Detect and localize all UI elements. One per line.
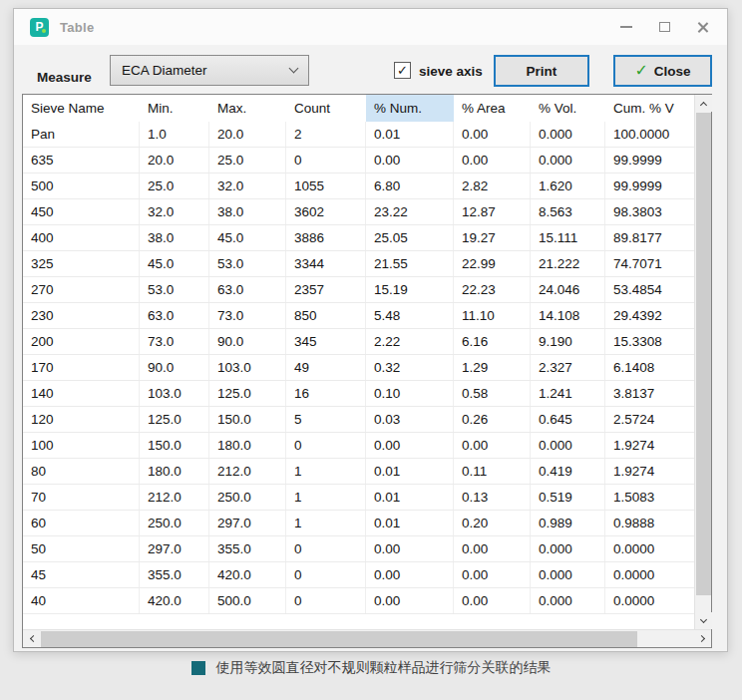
- table-cell: 420.0: [209, 562, 286, 587]
- table-cell: 5: [286, 407, 366, 432]
- sieve-axis-checkbox[interactable]: ✓: [394, 62, 411, 79]
- table-cell: 250.0: [140, 511, 209, 535]
- column-header-sieve-name[interactable]: Sieve Name: [23, 95, 140, 122]
- table-cell: 29.4392: [605, 303, 694, 328]
- table-cell: 0.000: [531, 536, 605, 561]
- column-header-area[interactable]: % Area: [454, 95, 531, 122]
- table-body: Pan1.020.020.010.000.000100.000063520.02…: [23, 122, 694, 614]
- table-cell: 74.7071: [605, 251, 694, 276]
- table-cell: 345: [286, 329, 366, 354]
- table-row[interactable]: 60250.0297.010.010.200.9890.9888: [23, 511, 694, 536]
- maximize-button[interactable]: [645, 9, 683, 45]
- table-row[interactable]: 120125.0150.050.030.260.6452.5724: [23, 407, 694, 433]
- column-header-count[interactable]: Count: [286, 95, 366, 122]
- table-cell: 1.29: [454, 355, 531, 380]
- table-row[interactable]: 45355.0420.000.000.000.0000.0000: [23, 562, 694, 588]
- table-row[interactable]: 40038.045.0388625.0519.2715.11189.8177: [23, 225, 694, 251]
- column-header-vol[interactable]: % Vol.: [531, 95, 605, 122]
- table-row[interactable]: 17090.0103.0490.321.292.3276.1408: [23, 355, 694, 381]
- table-cell: 2: [286, 122, 366, 147]
- table-cell: 14.108: [531, 303, 605, 328]
- table-row[interactable]: 20073.090.03452.226.169.19015.3308: [23, 329, 694, 355]
- table-cell: 0.00: [454, 536, 531, 561]
- table-cell: 50: [23, 536, 140, 561]
- table-cell: 500: [23, 174, 140, 198]
- table-row[interactable]: 23063.073.08505.4811.1014.10829.4392: [23, 303, 694, 329]
- minimize-button[interactable]: [607, 9, 645, 45]
- table-cell: 297.0: [140, 536, 209, 561]
- vertical-scrollbar-thumb[interactable]: [696, 113, 711, 595]
- vertical-scrollbar[interactable]: [694, 95, 711, 629]
- table-row[interactable]: 63520.025.000.000.000.00099.9999: [23, 148, 694, 174]
- table-cell: 0.00: [366, 588, 454, 613]
- column-header-min[interactable]: Min.: [140, 95, 209, 122]
- table-cell: 40: [23, 588, 140, 613]
- close-button[interactable]: ✓ Close: [613, 55, 712, 87]
- maximize-icon: [659, 22, 670, 32]
- table-cell: 150.0: [140, 433, 209, 458]
- table-cell: 120: [23, 407, 140, 432]
- table-cell: 15.19: [366, 277, 454, 302]
- table-row[interactable]: 32545.053.0334421.5522.9921.22274.7071: [23, 251, 694, 277]
- table-row[interactable]: 80180.0212.010.010.110.4191.9274: [23, 459, 694, 485]
- horizontal-scrollbar-thumb[interactable]: [41, 631, 637, 647]
- window-controls: [607, 9, 721, 45]
- table-cell: 32.0: [209, 174, 286, 198]
- table-cell: 24.046: [531, 277, 605, 302]
- table-cell: 32.0: [140, 199, 209, 224]
- table-cell: 38.0: [209, 199, 286, 224]
- sieve-axis-label: sieve axis: [419, 64, 483, 79]
- table-cell: 140: [23, 381, 140, 406]
- table-cell: 100.0000: [605, 122, 694, 147]
- column-header-max[interactable]: Max.: [209, 95, 286, 122]
- table-cell: 2.327: [531, 355, 605, 380]
- table-row[interactable]: 70212.0250.010.010.130.5191.5083: [23, 485, 694, 511]
- table-row[interactable]: Pan1.020.020.010.000.000100.0000: [23, 122, 694, 148]
- table-cell: 2357: [286, 277, 366, 302]
- print-button[interactable]: Print: [494, 55, 589, 87]
- table-cell: 0.10: [366, 381, 454, 406]
- checkmark-icon: ✓: [397, 64, 408, 77]
- scroll-left-button[interactable]: [23, 630, 40, 647]
- table-cell: 63.0: [209, 277, 286, 302]
- table-row[interactable]: 27053.063.0235715.1922.2324.04653.4854: [23, 277, 694, 303]
- table-cell: 0.00: [454, 122, 531, 147]
- table-row[interactable]: 100150.0180.000.000.000.0001.9274: [23, 433, 694, 459]
- table-cell: 98.3803: [605, 199, 694, 224]
- scroll-down-button[interactable]: [695, 612, 712, 629]
- chevron-down-icon: [289, 64, 299, 74]
- table-cell: 500.0: [209, 588, 286, 613]
- table-cell: 73.0: [140, 329, 209, 354]
- table-cell: 0: [286, 562, 366, 587]
- titlebar[interactable]: P Table: [14, 9, 727, 45]
- measure-dropdown[interactable]: ECA Diameter: [110, 55, 309, 86]
- chevron-right-icon: [698, 635, 705, 642]
- table-row[interactable]: 45032.038.0360223.2212.878.56398.3803: [23, 199, 694, 225]
- table-cell: 0.0000: [605, 588, 694, 613]
- column-header-cum-v[interactable]: Cum. % V: [605, 95, 694, 122]
- table-cell: 20.0: [209, 122, 286, 147]
- table-row[interactable]: 50297.0355.000.000.000.0000.0000: [23, 536, 694, 562]
- table-cell: 212.0: [209, 459, 286, 484]
- table-cell: 0.9888: [605, 511, 694, 535]
- table-cell: 100: [23, 433, 140, 458]
- column-header-num[interactable]: % Num.: [366, 95, 454, 122]
- table-cell: 170: [23, 355, 140, 380]
- table-row[interactable]: 40420.0500.000.000.000.0000.0000: [23, 588, 694, 614]
- table-row[interactable]: 140103.0125.0160.100.581.2413.8137: [23, 381, 694, 407]
- horizontal-scrollbar[interactable]: [23, 629, 711, 647]
- table-cell: 1055: [286, 174, 366, 198]
- table-cell: 125.0: [209, 381, 286, 406]
- chevron-left-icon: [29, 635, 36, 642]
- table-cell: 200: [23, 329, 140, 354]
- table-cell: 15.111: [531, 225, 605, 250]
- table-cell: 2.22: [366, 329, 454, 354]
- close-window-button[interactable]: [683, 9, 721, 45]
- scroll-right-button[interactable]: [694, 630, 711, 647]
- minimize-icon: [620, 26, 632, 28]
- table-cell: 355.0: [209, 536, 286, 561]
- window-title: Table: [60, 20, 95, 35]
- table-cell: 8.563: [531, 199, 605, 224]
- scroll-up-button[interactable]: [695, 95, 712, 112]
- table-row[interactable]: 50025.032.010556.802.821.62099.9999: [23, 174, 694, 199]
